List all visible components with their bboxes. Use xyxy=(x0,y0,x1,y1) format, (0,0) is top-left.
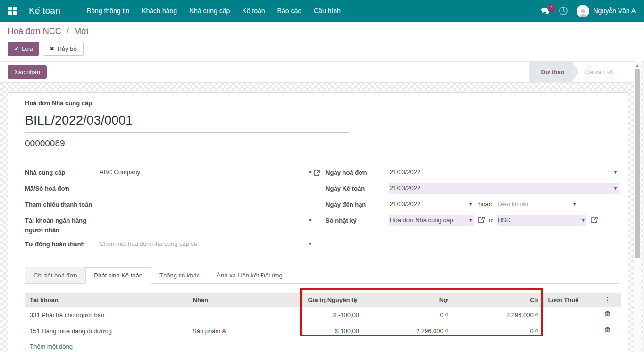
reference-input[interactable]: 00000089 xyxy=(25,133,349,153)
fields-left-column: Nhà cung cấp ABC Company ▼ Mã/Số hoá đơn… xyxy=(25,167,313,254)
tab-counterpart[interactable]: Ánh xạ Liên kết Đối ứng xyxy=(208,267,291,284)
top-navbar: Kế toán Bảng thông tin Khách hàng Nhà cu… xyxy=(0,0,644,22)
menu-dashboard[interactable]: Bảng thông tin xyxy=(81,0,135,22)
cell-tax-grid[interactable] xyxy=(543,307,594,323)
user-name: Nguyễn Văn A xyxy=(593,7,636,15)
cell-tax-grid[interactable] xyxy=(543,323,594,339)
payment-ref-field[interactable] xyxy=(99,199,313,210)
menu-config[interactable]: Cấu hình xyxy=(308,0,347,22)
cell-currency[interactable]: $ -100,00 xyxy=(301,307,364,323)
table-header-row: Tài khoản Nhãn Giá trị Nguyên tệ Nợ Có L… xyxy=(25,293,621,307)
breadcrumb-parent[interactable]: Hoá đơn NCC xyxy=(8,26,61,36)
due-date-field[interactable]: 21/03/2022 ▼ xyxy=(389,199,474,210)
status-step-posted[interactable]: Đã vào sổ xyxy=(578,62,622,83)
form-sheet: Hoá đơn Nhà cung cấp BILL/2022/03/0001 0… xyxy=(8,92,628,352)
col-debit[interactable]: Nợ xyxy=(364,293,453,307)
journal-label: Sổ nhật ký xyxy=(326,215,389,226)
col-currency-value[interactable]: Giá trị Nguyên tệ xyxy=(301,293,364,307)
cell-credit[interactable]: 0 ₫ xyxy=(453,323,543,339)
accounting-date-field[interactable]: 21/03/2022 ▼ xyxy=(389,183,619,194)
optional-columns-icon[interactable]: ⋮ xyxy=(599,296,617,303)
status-step-draft[interactable]: Dự thảo xyxy=(529,62,579,83)
autocomplete-field[interactable]: Chọn một hoá đơn nhà cung cấp cũ ▼ xyxy=(99,238,313,250)
due-date-label: Ngày đến hạn xyxy=(326,199,389,210)
cell-debit[interactable]: 2.296.000 ₫ xyxy=(364,323,453,339)
chevron-down-icon[interactable]: ▼ xyxy=(468,218,473,223)
bill-date-label: Ngày hoá đơn xyxy=(326,167,389,177)
chevron-down-icon[interactable]: ▼ xyxy=(468,202,473,207)
chevron-down-icon[interactable]: ▼ xyxy=(581,218,585,223)
cell-label[interactable]: Sản phẩm A xyxy=(188,323,259,339)
fields-right-column: Ngày hoá đơn 21/03/2022 ▼ Ngày Kế toán 2… xyxy=(313,167,619,254)
col-account[interactable]: Tài khoản xyxy=(25,293,188,307)
status-steps: Dự thảo Đã vào sổ xyxy=(529,62,622,83)
supplier-field[interactable]: ABC Company ▼ xyxy=(99,167,313,178)
or-text: hoặc xyxy=(474,199,496,208)
cell-label[interactable] xyxy=(188,307,259,323)
scrollbar-thumb[interactable] xyxy=(635,69,640,258)
menu-vendors[interactable]: Nhà cung cấp xyxy=(183,0,236,22)
breadcrumb-separator: / xyxy=(67,26,69,36)
menu-customers[interactable]: Khách hàng xyxy=(135,0,183,22)
apps-menu-icon[interactable] xyxy=(8,7,17,15)
tab-other-info[interactable]: Thông tin khác xyxy=(151,267,208,284)
table-row[interactable]: 331 Phải trả cho người bán $ -100,00 0 ₫… xyxy=(25,307,621,323)
cell-account[interactable]: 331 Phải trả cho người bán xyxy=(25,307,188,323)
breadcrumb: Hoá đơn NCC / Mới xyxy=(8,26,636,36)
document-type-label: Hoá đơn Nhà cung cấp xyxy=(25,100,619,107)
scroll-up-arrow-icon[interactable]: ▲ xyxy=(634,61,641,69)
journal-field[interactable]: Hóa đơn Nhà cung cấp ▼ xyxy=(389,215,474,226)
bill-number-input[interactable]: BILL/2022/03/0001 xyxy=(25,113,349,133)
at-text: ở xyxy=(485,215,497,224)
accounting-date-label: Ngày Kế toán xyxy=(326,183,389,193)
payment-ref-label: Tham chiếu thanh toán xyxy=(25,199,99,210)
avatar xyxy=(577,5,589,17)
add-line-link[interactable]: Thêm một dòng xyxy=(25,339,621,352)
bill-ref-field[interactable] xyxy=(99,183,313,194)
table-row[interactable]: 151 Hàng mua đang đi đường Sản phẩm A $ … xyxy=(25,323,621,339)
scrollbar[interactable]: ▲ xyxy=(634,61,641,352)
chevron-down-icon[interactable]: ▼ xyxy=(308,218,312,223)
user-menu[interactable]: Nguyễn Văn A xyxy=(577,5,636,17)
supplier-external-link-icon[interactable] xyxy=(313,168,326,176)
message-count-badge: 1 xyxy=(548,4,556,12)
menu-reports[interactable]: Báo cáo xyxy=(271,0,308,22)
confirm-button[interactable]: Xác nhận xyxy=(8,65,47,79)
delete-row-icon[interactable] xyxy=(604,311,611,318)
autocomplete-label: Tự động hoàn thành xyxy=(25,238,99,249)
control-panel: Hoá đơn NCC / Mới ✔ Lưu ✖ Hủy bỏ xyxy=(0,22,644,62)
col-credit[interactable]: Có xyxy=(453,293,543,307)
status-bar: Xác nhận Dự thảo Đã vào sổ xyxy=(0,62,634,83)
chevron-down-icon[interactable]: ▼ xyxy=(308,242,312,246)
bill-date-field[interactable]: 21/03/2022 ▼ xyxy=(389,167,619,178)
chevron-down-icon[interactable]: ▼ xyxy=(613,186,618,191)
app-name[interactable]: Kế toán xyxy=(29,6,60,16)
delete-row-icon[interactable] xyxy=(604,327,611,334)
cell-credit[interactable]: 2.296.000 ₫ xyxy=(453,307,543,323)
breadcrumb-current: Mới xyxy=(74,26,89,36)
payment-terms-field[interactable]: Điều khoản ▼ xyxy=(496,199,577,210)
bank-account-field[interactable]: ▼ xyxy=(99,215,313,226)
check-icon: ✔ xyxy=(14,46,18,52)
discard-button[interactable]: ✖ Hủy bỏ xyxy=(43,42,83,56)
menu-accounting[interactable]: Kế toán xyxy=(236,0,271,22)
chevron-down-icon[interactable]: ▼ xyxy=(308,170,312,175)
tab-journal-items[interactable]: Phát sinh Kế toán xyxy=(85,267,151,284)
chevron-down-icon[interactable]: ▼ xyxy=(572,202,577,207)
chevron-down-icon[interactable]: ▼ xyxy=(613,170,618,175)
currency-field[interactable]: USD ▼ xyxy=(497,215,586,226)
journal-external-link-icon[interactable] xyxy=(478,215,485,223)
save-button[interactable]: ✔ Lưu xyxy=(8,42,39,56)
col-tax-grid[interactable]: Lưới Thuế xyxy=(543,293,594,307)
cell-account[interactable]: 151 Hàng mua đang đi đường xyxy=(25,323,188,339)
tab-invoice-lines[interactable]: Chi tiết hoá đơn xyxy=(25,267,85,284)
cell-currency[interactable]: $ 100,00 xyxy=(301,323,364,339)
messages-button[interactable]: 1 xyxy=(541,7,550,15)
supplier-label: Nhà cung cấp xyxy=(25,167,99,177)
currency-external-link-icon[interactable] xyxy=(591,215,598,224)
col-label[interactable]: Nhãn xyxy=(188,293,259,307)
main-menu: Bảng thông tin Khách hàng Nhà cung cấp K… xyxy=(81,0,347,22)
col-empty xyxy=(259,293,301,307)
cell-debit[interactable]: 0 ₫ xyxy=(364,307,453,323)
activities-clock-icon[interactable] xyxy=(559,6,568,16)
